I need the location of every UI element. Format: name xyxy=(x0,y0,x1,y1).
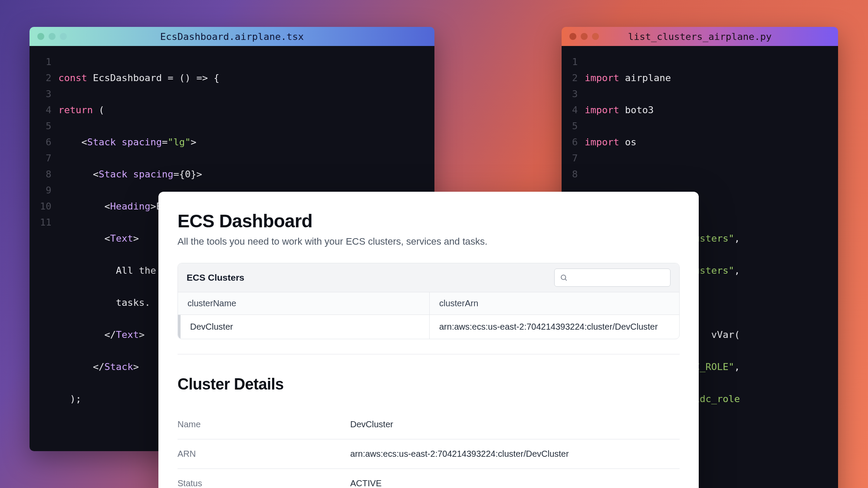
table-header: ECS Clusters xyxy=(178,263,679,292)
detail-label: ARN xyxy=(178,449,350,459)
titlebar: EcsDashboard.airplane.tsx xyxy=(30,27,434,46)
window-title: EcsDashboard.airplane.tsx xyxy=(30,31,434,42)
column-header-name[interactable]: clusterName xyxy=(178,292,430,314)
detail-label: Status xyxy=(178,478,350,488)
search-input-wrapper[interactable] xyxy=(554,269,671,287)
cell-cluster-name: DevCluster xyxy=(181,315,430,339)
page-subtitle: All the tools you need to work with your… xyxy=(178,236,680,247)
column-headers: clusterName clusterArn xyxy=(178,292,679,315)
line-gutter: 1 2 3 4 5 6 7 8 9 10 11 xyxy=(30,54,59,439)
section-divider xyxy=(178,354,680,354)
titlebar: list_clusters_airplane.py xyxy=(562,27,838,46)
page-title: ECS Dashboard xyxy=(178,211,680,232)
table-title: ECS Clusters xyxy=(187,272,244,283)
detail-value: ACTIVE xyxy=(350,478,381,488)
cell-cluster-arn: arn:aws:ecs:us-east-2:704214393224:clust… xyxy=(430,315,679,339)
details-heading: Cluster Details xyxy=(178,375,680,393)
detail-row-status: Status ACTIVE xyxy=(178,469,680,488)
clusters-table: ECS Clusters clusterName clusterArn DevC… xyxy=(178,263,680,339)
search-input[interactable] xyxy=(571,273,665,282)
detail-value: arn:aws:ecs:us-east-2:704214393224:clust… xyxy=(350,449,569,459)
detail-label: Name xyxy=(178,419,350,429)
detail-row-name: Name DevCluster xyxy=(178,410,680,439)
svg-line-1 xyxy=(565,279,566,280)
column-header-arn[interactable]: clusterArn xyxy=(430,292,679,314)
svg-point-0 xyxy=(561,275,566,280)
table-row[interactable]: DevCluster arn:aws:ecs:us-east-2:7042143… xyxy=(178,315,679,339)
window-title: list_clusters_airplane.py xyxy=(562,31,838,42)
detail-value: DevCluster xyxy=(350,419,393,429)
detail-row-arn: ARN arn:aws:ecs:us-east-2:704214393224:c… xyxy=(178,439,680,469)
dashboard-panel: ECS Dashboard All the tools you need to … xyxy=(158,192,699,488)
search-icon xyxy=(560,274,568,282)
